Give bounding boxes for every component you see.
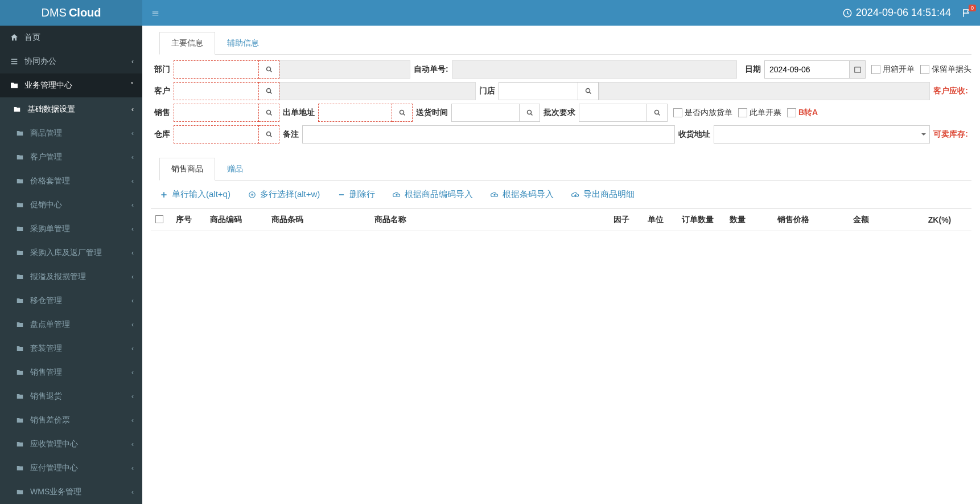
search-warehouse-button[interactable]: [259, 125, 279, 144]
tab-gifts[interactable]: 赠品: [215, 158, 255, 181]
table-select-all-checkbox[interactable]: [155, 215, 163, 223]
label-dept: 部门: [151, 64, 174, 75]
clock-display: 2024-09-06 14:51:44: [842, 7, 951, 19]
notification-flag[interactable]: 0: [961, 8, 971, 18]
menu-toggle-icon[interactable]: [151, 9, 160, 17]
sidebar-item-label: 应收管理中心: [30, 439, 78, 449]
tab-main-info[interactable]: 主要信息: [159, 32, 215, 55]
label-customer: 客户: [151, 86, 174, 96]
search-customer-button[interactable]: [259, 82, 279, 100]
plus-circle-icon: [248, 190, 257, 199]
chevron-left-icon: ‹: [131, 273, 134, 281]
folder-icon: [14, 440, 26, 448]
label-internal-release: 是否内放货单: [685, 108, 732, 118]
sidebar-item-14[interactable]: 应付管理中心‹: [0, 456, 142, 480]
sidebar-item-11[interactable]: 销售退货‹: [0, 384, 142, 408]
chevron-left-icon: ‹: [131, 129, 134, 137]
sidebar-item-label: 报溢及报损管理: [30, 272, 86, 282]
sidebar-item-12[interactable]: 销售差价票‹: [0, 408, 142, 432]
topbar: 2024-09-06 14:51:44 0: [142, 0, 980, 26]
checkbox-this-invoice[interactable]: [738, 108, 747, 117]
nav-home[interactable]: 首页: [0, 26, 142, 50]
input-date[interactable]: [764, 60, 850, 79]
tab-aux-info[interactable]: 辅助信息: [215, 32, 271, 55]
checkbox-box-order[interactable]: [871, 65, 880, 74]
search-dept-button[interactable]: [259, 60, 279, 79]
calendar-button[interactable]: [850, 60, 866, 79]
label-ship-addr: 出单地址: [279, 108, 318, 118]
sidebar-item-15[interactable]: WMS业务管理‹: [0, 480, 142, 504]
search-ship-addr-button[interactable]: [392, 104, 413, 122]
chevron-left-icon: ‹: [131, 392, 134, 400]
svg-rect-2: [854, 67, 860, 72]
folder-icon: [14, 273, 26, 281]
list-icon: [9, 57, 20, 66]
sidebar-item-13[interactable]: 应收管理中心‹: [0, 432, 142, 456]
datetime-text: 2024-09-06 14:51:44: [856, 7, 951, 19]
checkbox-keep-header[interactable]: [920, 65, 929, 74]
input-customer[interactable]: [174, 82, 259, 100]
sidebar-item-8[interactable]: 盘点单管理‹: [0, 313, 142, 337]
sidebar-item-label: 盘点单管理: [30, 319, 70, 330]
nav-biz-center[interactable]: 业务管理中心 ˅: [0, 73, 142, 97]
sidebar-item-2[interactable]: 价格套管理‹: [0, 169, 142, 193]
sidebar-item-4[interactable]: 采购单管理‹: [0, 217, 142, 241]
sidebar-item-5[interactable]: 采购入库及返厂管理‹: [0, 241, 142, 265]
nav-collab[interactable]: 协同办公 ‹: [0, 50, 142, 73]
search-sales-button[interactable]: [259, 104, 279, 122]
chevron-left-icon: ‹: [131, 153, 134, 161]
chevron-left-icon: ‹: [131, 105, 134, 113]
action-import-by-code[interactable]: 根据商品编码导入: [392, 189, 473, 200]
sidebar-item-0[interactable]: 商品管理‹: [0, 121, 142, 145]
action-single-input[interactable]: 单行输入(alt+q): [159, 189, 230, 200]
checkbox-b-to-a[interactable]: [787, 108, 796, 117]
cloud-upload-icon: [490, 190, 499, 199]
input-store[interactable]: [499, 82, 578, 100]
select-recv-addr[interactable]: [714, 125, 930, 144]
chevron-left-icon: ‹: [131, 225, 134, 233]
input-deliver-time[interactable]: [451, 104, 520, 122]
action-export-detail[interactable]: 导出商品明细: [571, 189, 635, 200]
minus-icon: [337, 190, 346, 199]
input-remark[interactable]: [302, 125, 675, 144]
nav-base-data[interactable]: 基础数据设置 ‹: [0, 97, 142, 121]
checkbox-internal-release[interactable]: [673, 108, 682, 117]
action-delete-row[interactable]: 删除行: [337, 189, 375, 200]
input-ship-addr[interactable]: [318, 104, 392, 122]
input-batch-req[interactable]: [579, 104, 647, 122]
input-sales[interactable]: [174, 104, 259, 122]
sidebar-item-9[interactable]: 套装管理‹: [0, 337, 142, 360]
goods-tabs: 销售商品 赠品: [159, 157, 971, 181]
label-sellable-stock: 可卖库存:: [930, 129, 971, 140]
sidebar-item-6[interactable]: 报溢及报损管理‹: [0, 265, 142, 289]
action-multi-select[interactable]: 多行选择(alt+w): [248, 189, 320, 200]
search-deliver-time-button[interactable]: [520, 104, 540, 122]
goods-table: 序号商品编码商品条码商品名称因子单位订单数量数量销售价格金额ZK(%): [151, 208, 971, 231]
sidebar: DMS Cloud 首页 协同办公 ‹ 业务管理中心 ˅ 基础数据设置 ‹ 商品…: [0, 0, 142, 504]
nav-sub-items: 商品管理‹客户管理‹价格套管理‹促销中心‹采购单管理‹采购入库及返厂管理‹报溢及…: [0, 121, 142, 504]
sidebar-item-7[interactable]: 移仓管理‹: [0, 289, 142, 313]
col-6: 订单数量: [677, 209, 725, 231]
input-warehouse[interactable]: [174, 125, 259, 144]
chevron-left-icon: ‹: [131, 464, 134, 472]
folder-icon: [14, 416, 26, 424]
col-2: 商品条码: [267, 209, 369, 231]
col-5: 单位: [643, 209, 677, 231]
search-store-button[interactable]: [578, 82, 599, 100]
search-icon: [266, 88, 273, 95]
input-dept[interactable]: [174, 60, 259, 79]
sidebar-item-1[interactable]: 客户管理‹: [0, 145, 142, 169]
col-8: 销售价格: [773, 209, 848, 231]
folder-icon: [14, 321, 26, 329]
sidebar-item-3[interactable]: 促销中心‹: [0, 193, 142, 217]
nav-collab-label: 协同办公: [24, 56, 56, 67]
folder-icon: [14, 392, 26, 400]
action-import-by-barcode[interactable]: 根据条码导入: [490, 189, 554, 200]
sidebar-item-label: WMS业务管理: [30, 487, 81, 497]
chevron-left-icon: ‹: [131, 416, 134, 424]
sidebar-item-10[interactable]: 销售管理‹: [0, 360, 142, 384]
tab-sale-goods[interactable]: 销售商品: [159, 158, 215, 181]
search-batch-req-button[interactable]: [647, 104, 668, 122]
label-recv-addr: 收货地址: [675, 129, 714, 140]
folder-icon: [14, 201, 26, 209]
